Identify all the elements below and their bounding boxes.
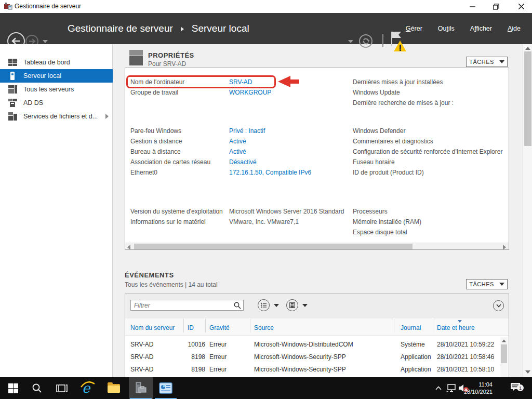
taskbar: e: [0, 377, 532, 399]
internet-explorer-button[interactable]: e: [76, 377, 100, 399]
events-title: ÉVÉNEMENTS: [125, 271, 174, 279]
events-vertical-scrollbar[interactable]: [500, 337, 508, 377]
refresh-button[interactable]: [359, 34, 373, 48]
tray-date: 28/10/2021: [464, 388, 493, 395]
prop-row-os-version: Version du système d'exploitation Micros…: [130, 208, 344, 217]
annotation-highlight-box: [126, 75, 276, 88]
prop-row-remote-desktop: Bureau à distance Activé: [130, 148, 246, 157]
sidebar-item-local-server[interactable]: Serveur local: [0, 69, 113, 83]
scroll-up-icon[interactable]: [502, 340, 506, 342]
col-header-datetime[interactable]: Date et heure: [437, 324, 475, 331]
expand-chevron-icon[interactable]: [105, 114, 109, 119]
sidebar: Tableau de bord Serveur local Tous les s…: [0, 44, 113, 377]
scroll-up-icon[interactable]: [525, 47, 530, 50]
action-center-button[interactable]: 1: [506, 377, 525, 399]
breadcrumb-separator-icon: [181, 27, 184, 32]
col-header-severity[interactable]: Gravité: [209, 324, 230, 331]
title-bar: Gestionnaire de serveur: [0, 0, 532, 13]
menu-gerer[interactable]: Gérer: [406, 25, 422, 32]
events-scrollbar-thumb[interactable]: [501, 344, 507, 363]
save-icon: [289, 302, 295, 308]
server-manager-app-icon: [4, 2, 12, 11]
restore-button[interactable]: [486, 0, 506, 13]
window-title: Gestionnaire de serveur: [15, 0, 81, 13]
server-manager-icon: [134, 381, 148, 395]
scroll-right-icon[interactable]: [503, 245, 506, 250]
menu-afficher[interactable]: Afficher: [470, 25, 492, 32]
save-query-button[interactable]: [286, 299, 298, 311]
main-vertical-scrollbar[interactable]: [523, 44, 532, 377]
menu-outils[interactable]: Outils: [438, 25, 455, 32]
scroll-down-icon[interactable]: [525, 370, 530, 374]
nic-teaming-link[interactable]: Désactivé: [229, 158, 257, 168]
prop-label-ram: Mémoire installée (RAM): [353, 218, 421, 225]
chevron-up-icon: [435, 386, 442, 390]
search-icon: [32, 383, 42, 393]
properties-horizontal-scrollbar[interactable]: [125, 243, 509, 249]
remote-desktop-link[interactable]: Activé: [229, 148, 246, 157]
minimize-button[interactable]: [462, 0, 482, 13]
filter-criteria-dropdown-icon[interactable]: [274, 304, 279, 307]
search-icon: [234, 302, 241, 309]
start-button[interactable]: [1, 377, 25, 399]
sidebar-item-all-servers[interactable]: Tous les serveurs: [0, 83, 113, 96]
network-icon: [446, 384, 457, 392]
forward-arrow-icon: [29, 38, 36, 44]
prop-row-hardware: Informations sur le matériel VMware, Inc…: [130, 218, 299, 228]
event-row[interactable]: SRV-AD 10016 Erreur Microsoft-Windows-Di…: [125, 338, 499, 351]
col-header-source[interactable]: Source: [254, 324, 274, 331]
list-icon: [261, 302, 267, 308]
filter-criteria-button[interactable]: [258, 299, 270, 311]
tasks-dropdown-icon: [499, 60, 504, 63]
col-header-journal[interactable]: Journal: [401, 324, 421, 331]
breadcrumb-current[interactable]: Serveur local: [192, 23, 249, 34]
sidebar-item-file-services[interactable]: Services de fichiers et d...: [0, 110, 113, 123]
col-header-server-name[interactable]: Nom du serveur: [130, 324, 175, 331]
workgroup-link[interactable]: WORKGROUP: [229, 89, 271, 98]
notification-badge: 1: [517, 384, 524, 391]
close-button[interactable]: [511, 0, 531, 13]
properties-tasks-button[interactable]: TÂCHES: [466, 57, 508, 67]
taskbar-system-window-button[interactable]: [154, 377, 178, 399]
remote-management-link[interactable]: Activé: [229, 138, 246, 147]
nav-history-dropdown-icon[interactable]: [43, 40, 48, 43]
sidebar-item-dashboard[interactable]: Tableau de bord: [0, 56, 113, 69]
taskbar-server-manager-button[interactable]: [129, 377, 153, 399]
prop-label-ie-esc: Configuration de sécurité renforcée d'In…: [353, 148, 502, 155]
sidebar-item-ad-ds[interactable]: AD DS: [0, 96, 113, 110]
save-query-dropdown-icon[interactable]: [302, 304, 308, 307]
task-view-button[interactable]: [50, 377, 74, 399]
scroll-left-icon[interactable]: [127, 245, 130, 250]
sort-descending-icon: [458, 320, 462, 323]
server-manager-window: Gestionnaire de serveur: [0, 0, 532, 399]
events-tasks-button[interactable]: TÂCHES: [466, 279, 508, 289]
properties-scrollbar-thumb[interactable]: [134, 244, 413, 250]
prop-label-product-id: ID de produit (Product ID): [353, 169, 424, 176]
network-status-icon[interactable]: [445, 377, 458, 399]
collapse-events-button[interactable]: [493, 300, 504, 311]
menu-aide[interactable]: Aide: [508, 25, 521, 32]
col-header-id[interactable]: ID: [188, 324, 194, 331]
hardware-value: VMware, Inc. VMware7,1: [229, 218, 299, 228]
back-arrow-icon: [11, 37, 21, 45]
event-row[interactable]: SRV-AD 8198 Erreur Microsoft-Windows-Sec…: [125, 351, 499, 363]
prop-label-last-check: Dernière recherche de mises à jour :: [353, 99, 454, 107]
filter-input[interactable]: [130, 300, 244, 311]
main-scrollbar-thumb[interactable]: [524, 51, 531, 146]
prop-label-last-updates: Dernières mises à jour installées: [353, 78, 443, 86]
windows-logo-icon: [8, 383, 18, 393]
firewall-link[interactable]: Privé : Inactif: [229, 127, 265, 137]
ethernet-link[interactable]: 172.16.1.50, Compatible IPv6: [229, 169, 311, 178]
breadcrumb-root[interactable]: Gestionnaire de serveur: [68, 23, 173, 34]
breadcrumb-dropdown-icon[interactable]: [348, 40, 353, 43]
search-button[interactable]: [25, 377, 49, 399]
clock[interactable]: 11:04 28/10/2021: [468, 377, 493, 399]
prop-row-nic-teaming: Association de cartes réseau Désactivé: [130, 158, 257, 168]
event-row[interactable]: SRV-AD 8198 Erreur Microsoft-Windows-Sec…: [125, 363, 499, 376]
events-panel: Nom du serveur ID Gravité Source Journal…: [125, 294, 509, 377]
navigation-bar: Gestionnaire de serveur Serveur local: [0, 13, 532, 44]
tray-overflow-button[interactable]: [433, 377, 444, 399]
prop-row-ethernet: Ethernet0 172.16.1.50, Compatible IPv6: [130, 169, 311, 178]
file-explorer-button[interactable]: [102, 377, 126, 399]
folder-icon: [108, 384, 120, 393]
